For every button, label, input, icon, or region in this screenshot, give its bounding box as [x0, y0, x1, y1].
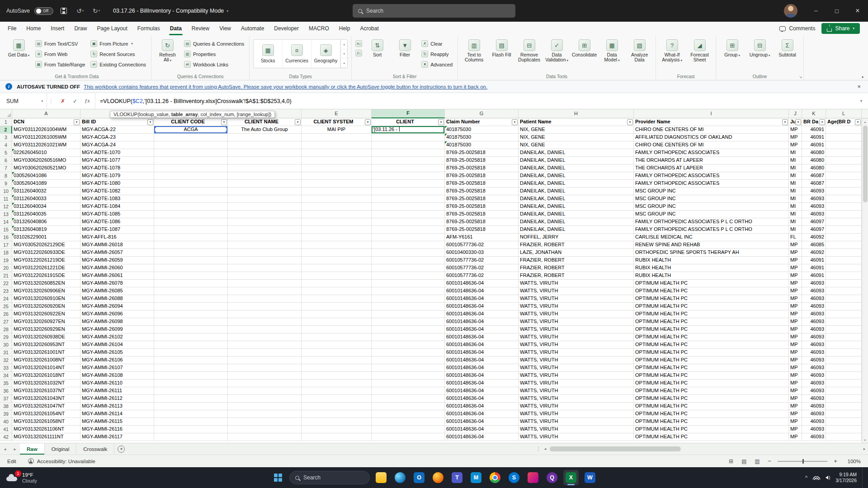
cell-E3[interactable]	[302, 134, 372, 141]
cell-D18[interactable]	[228, 249, 302, 257]
cell-H6[interactable]: DANEILAK, DANIEL	[519, 157, 634, 164]
row-header-14[interactable]: 14	[0, 218, 12, 226]
cell-J13[interactable]: MI	[789, 211, 802, 218]
cell-D19[interactable]	[228, 257, 302, 264]
cell-C42[interactable]	[154, 433, 228, 441]
from-table-range-button[interactable]: ▦From Table/Range	[34, 60, 86, 69]
cell-C15[interactable]	[154, 226, 228, 234]
cell-E23[interactable]	[302, 287, 372, 295]
cell-C27[interactable]	[154, 318, 228, 326]
taskbar-mail[interactable]: M	[468, 470, 484, 485]
cell-B11[interactable]: MGY-ADTE-1083	[80, 195, 154, 203]
cell-L6[interactable]	[826, 157, 862, 164]
cell-I32[interactable]: OPTIMUM HEALTH PC	[634, 357, 789, 364]
cell-E33[interactable]	[302, 364, 372, 372]
cell-A38[interactable]: MGY031320261047NT	[12, 403, 80, 410]
cell-G4[interactable]: 401875030	[445, 141, 519, 149]
cell-I31[interactable]: OPTIMUM HEALTH PC	[634, 349, 789, 357]
cell-B8[interactable]: MGY-ADTE-1079	[80, 172, 154, 180]
cell-D31[interactable]	[228, 349, 302, 357]
cell-A12[interactable]: 031126040034	[12, 203, 80, 211]
cell-K7[interactable]: 46080	[802, 164, 826, 172]
cell-I6[interactable]: THE ORCHARDS AT LAPEER	[634, 157, 789, 164]
taskbar-excel[interactable]: X	[563, 470, 579, 485]
cell-H3[interactable]: NIX, GENE	[519, 134, 634, 141]
cell-F7[interactable]	[372, 164, 445, 172]
warning-close-icon[interactable]	[850, 83, 868, 90]
cell-K12[interactable]: 46093	[802, 203, 826, 211]
cell-J12[interactable]: MI	[789, 203, 802, 211]
cell-H24[interactable]: WATTS, VIRUTH	[519, 295, 634, 303]
filter-button-H[interactable]: ▾	[627, 119, 633, 125]
cell-I17[interactable]: RENEW SPINE AND REHAB	[634, 241, 789, 249]
cell-D28[interactable]	[228, 326, 302, 333]
cell-C37[interactable]	[154, 395, 228, 403]
cell-J2[interactable]: MP	[789, 126, 802, 134]
cell-E39[interactable]	[302, 410, 372, 418]
taskbar-search[interactable]: Search	[289, 471, 370, 484]
cell-K31[interactable]: 46093	[802, 349, 826, 357]
row-header-35[interactable]: 35	[0, 380, 12, 387]
cell-D4[interactable]	[228, 141, 302, 149]
cell-B5[interactable]: MGY-ADTE-1070	[80, 149, 154, 157]
cell-G12[interactable]: 8769-25-0025818	[445, 203, 519, 211]
cell-A36[interactable]: MGY031320261037NT	[12, 387, 80, 395]
cell-G33[interactable]: 60010148636-04	[445, 364, 519, 372]
row-header-31[interactable]: 31	[0, 349, 12, 357]
horizontal-scrollbar[interactable]	[549, 443, 861, 455]
tab-acrobat[interactable]: Acrobat	[355, 22, 383, 35]
cell-F34[interactable]	[372, 372, 445, 380]
taskbar-skype[interactable]: S	[506, 470, 522, 485]
cell-I34[interactable]: OPTIMUM HEALTH PC	[634, 372, 789, 380]
cell-I40[interactable]: OPTIMUM HEALTH PC	[634, 418, 789, 426]
forecast-sheet-button[interactable]: ◢Forecast Sheet	[687, 38, 712, 64]
cell-D21[interactable]	[228, 272, 302, 280]
cell-J3[interactable]: MP	[789, 134, 802, 141]
row-header-24[interactable]: 24	[0, 295, 12, 303]
cell-F14[interactable]	[372, 218, 445, 226]
column-header-F[interactable]: F	[372, 109, 445, 118]
cell-I5[interactable]: FAMILY ORTHOPEDIC ASSOCIATES	[634, 149, 789, 157]
cell-J40[interactable]: MP	[789, 418, 802, 426]
zoom-level[interactable]: 100%	[844, 459, 861, 464]
cell-I21[interactable]: RUBIX HEALTH	[634, 272, 789, 280]
cell-E31[interactable]	[302, 349, 372, 357]
cell-I37[interactable]: OPTIMUM HEALTH PC	[634, 395, 789, 403]
cell-A28[interactable]: MGY031320260929EN	[12, 326, 80, 333]
cell-J39[interactable]: MP	[789, 410, 802, 418]
show-desktop-button[interactable]	[862, 467, 864, 488]
cell-H20[interactable]: FRAZIER, ROBERT	[519, 264, 634, 272]
cell-B22[interactable]: MGY-AMMI-26078	[80, 280, 154, 287]
cell-F2[interactable]: '[03.11.26 -	[372, 126, 445, 134]
get-data-button[interactable]: ▦Get Data▾	[6, 38, 31, 60]
cell-K2[interactable]: 46091	[802, 126, 826, 134]
cell-I25[interactable]: OPTIMUM HEALTH PC	[634, 303, 789, 310]
cell-K10[interactable]: 46093	[802, 188, 826, 195]
sheet-nav-right-icon[interactable]: ▸	[10, 443, 20, 455]
cell-H22[interactable]: WATTS, VIRUTH	[519, 280, 634, 287]
cell-A22[interactable]: MGY031320260852EN	[12, 280, 80, 287]
cell-I39[interactable]: OPTIMUM HEALTH PC	[634, 410, 789, 418]
cell-G31[interactable]: 60010148636-04	[445, 349, 519, 357]
tab-help[interactable]: Help	[334, 22, 355, 35]
cell-L21[interactable]	[826, 272, 862, 280]
cell-G30[interactable]: 60010148636-04	[445, 341, 519, 349]
cell-F16[interactable]	[372, 234, 445, 241]
cell-B16[interactable]: MGY-AFFL-816	[80, 234, 154, 241]
cell-D17[interactable]	[228, 241, 302, 249]
cell-B9[interactable]: MGY-ADTE-1080	[80, 180, 154, 188]
refresh-all-button[interactable]: ↻Refresh All▾	[155, 38, 180, 65]
cell-G3[interactable]: 401875030	[445, 134, 519, 141]
cell-K30[interactable]: 46093	[802, 341, 826, 349]
cell-A30[interactable]: MGY031320260953NT	[12, 341, 80, 349]
column-header-E[interactable]: E	[302, 109, 372, 118]
cell-F17[interactable]	[372, 241, 445, 249]
cell-H18[interactable]: LAZE, JONATHAN	[519, 249, 634, 257]
cell-G13[interactable]: 8769-25-0025818	[445, 211, 519, 218]
cell-G40[interactable]: 60010148636-04	[445, 418, 519, 426]
cell-K33[interactable]: 46093	[802, 364, 826, 372]
cell-D22[interactable]	[228, 280, 302, 287]
cell-F26[interactable]	[372, 310, 445, 318]
cell-C32[interactable]	[154, 357, 228, 364]
cell-J35[interactable]: MP	[789, 380, 802, 387]
